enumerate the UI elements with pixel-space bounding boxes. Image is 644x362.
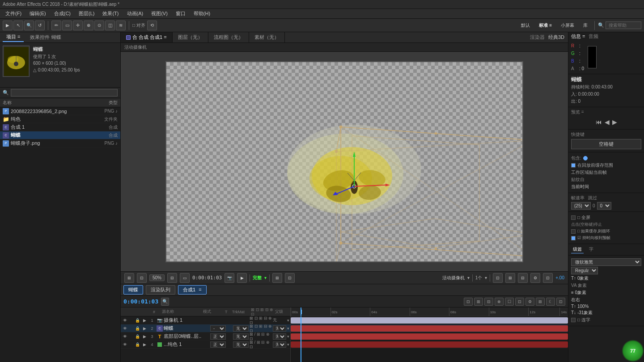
info-tab-info[interactable]: 信息 = bbox=[571, 33, 585, 40]
goto-row[interactable]: ☑ 持时向移到预帧 bbox=[571, 235, 641, 241]
tl-collapse-2[interactable]: ▶ bbox=[141, 326, 148, 331]
vb-snap-btn[interactable]: ⊞ bbox=[124, 273, 134, 283]
tl-tab-butterfly[interactable]: 蝴蝶 bbox=[123, 285, 143, 295]
list-item[interactable]: C 蝴蝶 合成 bbox=[0, 131, 120, 139]
vb-trans-btn[interactable]: ⊡ bbox=[285, 273, 295, 283]
tl-lock-4[interactable]: 🔒 bbox=[134, 342, 140, 347]
menu-comp[interactable]: 合成(C) bbox=[51, 9, 74, 18]
goto-check[interactable] bbox=[571, 236, 576, 240]
tl-eye-1[interactable]: 👁 bbox=[122, 318, 128, 323]
vb-icon4[interactable]: ⚙ bbox=[530, 273, 540, 283]
transport-play[interactable]: ▶ bbox=[612, 118, 617, 126]
tool-camera-btn[interactable]: ⊙ bbox=[94, 21, 104, 30]
ptab-flow[interactable]: 流程图（无） bbox=[208, 32, 249, 42]
cache-before-check[interactable] bbox=[571, 163, 576, 168]
menu-effect[interactable]: 效果(T) bbox=[99, 9, 122, 18]
tl-layer-4[interactable]: 👁 🔒 ▶ 4 ...纯色 1 正常 bbox=[121, 341, 290, 349]
menu-help[interactable]: 帮助(H) bbox=[190, 9, 214, 18]
tl-ctrl-2[interactable]: ⊞ bbox=[474, 298, 483, 306]
tl-parent-select-3[interactable]: 无 bbox=[273, 333, 286, 340]
tl-ctrl-5[interactable]: ☐ bbox=[505, 298, 514, 306]
search-help-input[interactable] bbox=[606, 21, 641, 29]
vb-play2-btn[interactable]: ▶ bbox=[237, 273, 247, 283]
vb-icon1[interactable]: ⊡ bbox=[493, 273, 503, 283]
char-tab[interactable]: 级篇 bbox=[571, 246, 584, 253]
ligature-check[interactable] bbox=[571, 318, 576, 322]
ligature-row[interactable]: □ 连字 bbox=[571, 317, 641, 323]
vb-fit-btn[interactable]: ⊟ bbox=[167, 273, 177, 283]
tl-ctrl-3[interactable]: ⊟ bbox=[484, 298, 493, 306]
menu-layer[interactable]: 图层(L) bbox=[75, 9, 98, 18]
tool-select-btn[interactable]: ↖ bbox=[13, 21, 23, 30]
tl-search-btn[interactable]: 🔍 bbox=[161, 298, 169, 306]
tl-ctrl-6[interactable]: ⊡ bbox=[515, 298, 524, 306]
menu-file[interactable]: 文件(F) bbox=[2, 9, 25, 18]
tool-move-btn[interactable]: ✛ bbox=[73, 21, 83, 30]
tool-search-btn[interactable]: 🔍 bbox=[24, 21, 34, 30]
tool-extra-btn[interactable]: ≋ bbox=[116, 21, 126, 30]
tl-ctrl-10[interactable]: ⊡ bbox=[556, 298, 565, 306]
project-search-input[interactable] bbox=[11, 89, 118, 97]
renderer-label[interactable]: 渲染器 bbox=[530, 34, 545, 41]
tl-time-display[interactable]: 0:00:01:03 bbox=[123, 298, 158, 305]
vb-grid-btn[interactable]: ⊡ bbox=[137, 273, 147, 283]
tl-parent-select-4[interactable]: 无 bbox=[273, 341, 286, 348]
tl-lock-3[interactable]: 🔒 bbox=[134, 334, 140, 339]
tl-trk-select-2[interactable]: 无 bbox=[233, 325, 249, 332]
tool-align-btn[interactable]: ◫ bbox=[105, 21, 115, 30]
tab-effects[interactable]: 效果控件 蝴蝶 bbox=[26, 33, 64, 42]
framerate-select[interactable]: (25)2430 bbox=[571, 202, 591, 210]
tl-parent-select-2[interactable]: 无 bbox=[273, 325, 286, 332]
tl-mode-select-2[interactable]: -正常 bbox=[210, 325, 226, 332]
tool-rotate-btn[interactable]: ↺ bbox=[35, 21, 45, 30]
tool-rect-btn[interactable]: ▭ bbox=[62, 21, 72, 30]
vb-cam-btn[interactable]: 📷 bbox=[225, 273, 234, 283]
menu-anim[interactable]: 动画(A) bbox=[123, 9, 147, 18]
vb-icon5[interactable]: ⊡ bbox=[543, 273, 553, 283]
vb-rect-btn[interactable]: ▭ bbox=[180, 273, 190, 283]
timeline-playhead[interactable] bbox=[301, 307, 301, 316]
tl-mode-select-4[interactable]: 正常 bbox=[210, 341, 226, 348]
tool-pen-btn[interactable]: ✏ bbox=[51, 21, 61, 30]
tl-lock-1[interactable]: 🔒 bbox=[134, 318, 140, 323]
transport-back[interactable]: ◀ bbox=[605, 118, 610, 126]
transport-skip-back[interactable]: ⏮ bbox=[596, 118, 602, 126]
tl-tab-comp1[interactable]: 合成1 = bbox=[178, 285, 207, 295]
tl-layer-1[interactable]: 👁 🔒 ▶ 1 📷 摄像机 1 ⊠ ⊡ ⊞ ⊟ ⊗ ⊡ 无 bbox=[121, 316, 290, 324]
fullscreen-row[interactable]: □ 全屏 bbox=[571, 215, 641, 221]
font-style-select[interactable]: Regular bbox=[571, 267, 598, 274]
tl-collapse-4[interactable]: ▶ bbox=[141, 342, 148, 347]
preset-default[interactable]: 默认 bbox=[517, 21, 534, 29]
tl-eye-3[interactable]: 👁 bbox=[122, 334, 128, 339]
fullscreen-check[interactable] bbox=[571, 215, 576, 220]
tl-tab-render[interactable]: 渲染队列 bbox=[146, 285, 175, 295]
ptab-layer[interactable]: 图层（无） bbox=[173, 32, 208, 42]
ptab-comp[interactable]: 合 合成 合成1 = bbox=[121, 32, 173, 42]
skip-select[interactable]: 012 bbox=[597, 202, 611, 210]
list-item[interactable]: C 合成 1 合成 bbox=[0, 123, 120, 131]
vb-icon2[interactable]: ⊞ bbox=[505, 273, 515, 283]
menu-view[interactable]: 视图(V) bbox=[148, 9, 171, 18]
renderer-value[interactable]: 经典3D bbox=[548, 34, 564, 41]
ptab-material[interactable]: 素材（无） bbox=[249, 32, 285, 42]
tl-layer-2[interactable]: 👁 🔒 ▶ 2 C 蝴蝶 -正常 bbox=[121, 324, 290, 333]
tl-collapse-3[interactable]: ▶ bbox=[141, 334, 148, 339]
tl-ctrl-1[interactable]: ⊡ bbox=[464, 298, 473, 306]
list-item[interactable]: P 200882223396856_2.png PNG ♪ bbox=[0, 107, 120, 115]
loop-row[interactable]: □ 如果缓存,则循环 bbox=[571, 228, 641, 234]
menu-edit[interactable]: 编辑(E) bbox=[26, 9, 50, 18]
tl-ctrl-4[interactable]: ⊗ bbox=[495, 298, 504, 306]
tl-ctrl-7[interactable]: ⚙ bbox=[525, 298, 534, 306]
loop-check[interactable] bbox=[571, 229, 576, 234]
tl-collapse-1[interactable]: ▶ bbox=[141, 318, 148, 323]
tl-ctrl-9[interactable]: ☾ bbox=[546, 298, 555, 306]
cache-before-row[interactable]: 在回放前缓存范围 bbox=[571, 162, 641, 168]
preset-small[interactable]: 小屏幕 bbox=[557, 21, 578, 29]
list-item[interactable]: 📁 纯色 文件夹 bbox=[0, 115, 120, 123]
tl-eye-4[interactable]: 👁 bbox=[122, 342, 128, 347]
tool-extra2-btn[interactable]: ⟲ bbox=[147, 21, 157, 30]
tool-play-btn[interactable]: ▶ bbox=[3, 21, 13, 30]
preset-library[interactable]: 库 bbox=[580, 21, 591, 29]
vb-icon3[interactable]: ⊟ bbox=[518, 273, 528, 283]
tl-lock-2[interactable]: 🔒 bbox=[134, 326, 140, 331]
